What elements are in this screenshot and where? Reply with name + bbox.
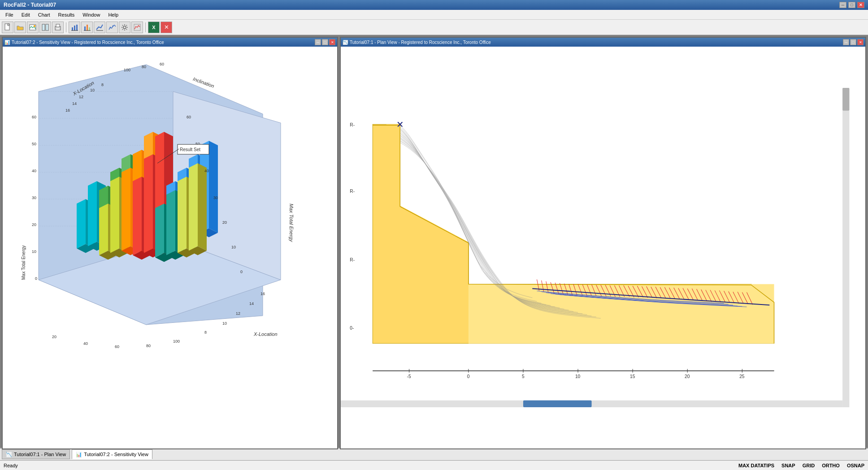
svg-point-2 <box>34 25 35 27</box>
svg-text:R-: R- <box>350 257 355 262</box>
main-area: 📊 Tutorial07:2 - Sensitivity View - Regi… <box>0 35 868 448</box>
status-ortho[interactable]: ORTHO <box>822 463 840 468</box>
bar-chart-button[interactable] <box>69 22 80 33</box>
svg-text:Max Total Energy: Max Total Energy <box>289 204 294 243</box>
svg-marker-68 <box>133 177 142 255</box>
svg-text:R-: R- <box>350 122 355 127</box>
sensitivity-panel-title: Tutorial07:2 - Sensitivity View - Regist… <box>12 40 164 45</box>
title-bar: RocFall2 - Tutorial07 ─ □ ✕ <box>0 0 868 10</box>
sensitivity-maximize[interactable]: □ <box>322 39 328 45</box>
svg-marker-98 <box>189 163 198 251</box>
svg-marker-87 <box>209 141 218 233</box>
status-grid[interactable]: GRID <box>803 463 815 468</box>
status-max-datatips[interactable]: MAX DATATIPS <box>738 463 774 468</box>
plan-panel: 📉 Tutorial07:1 - Plan View - Registered … <box>340 37 866 449</box>
plan-panel-controls: ─ □ ✕ <box>843 39 864 45</box>
svg-text:16: 16 <box>260 292 265 296</box>
menu-file[interactable]: File <box>2 11 17 18</box>
svg-text:80: 80 <box>146 344 151 348</box>
svg-text:100: 100 <box>124 68 130 72</box>
plan-maximize[interactable]: □ <box>850 39 856 45</box>
svg-point-18 <box>113 25 114 26</box>
svg-rect-13 <box>87 25 88 30</box>
open-button[interactable] <box>14 22 26 33</box>
svg-text:30: 30 <box>32 196 36 200</box>
status-snap[interactable]: SNAP <box>781 463 795 468</box>
svg-text:100: 100 <box>173 339 180 344</box>
menu-chart[interactable]: Chart <box>35 11 54 18</box>
menu-edit[interactable]: Edit <box>18 11 34 18</box>
taskbar-sensitivity-label: Tutorial07:2 - Sensitivity View <box>84 452 148 457</box>
svg-text:60: 60 <box>187 115 191 119</box>
sensitivity-minimize[interactable]: ─ <box>315 39 321 45</box>
svg-text:12: 12 <box>236 311 240 316</box>
sensitivity-close[interactable]: ✕ <box>329 39 335 45</box>
svg-marker-71 <box>144 154 153 253</box>
new-button[interactable] <box>2 22 13 33</box>
svg-rect-216 <box>842 88 849 111</box>
title-bar-controls: ─ □ ✕ <box>839 2 864 8</box>
print-button[interactable] <box>52 22 64 33</box>
svg-rect-9 <box>74 26 75 30</box>
sensitivity-svg: Max Total Energy 0 10 20 30 40 50 60 20 … <box>3 47 334 352</box>
svg-text:Result Set: Result Set <box>180 147 200 152</box>
image-button[interactable] <box>27 22 39 33</box>
svg-text:16: 16 <box>65 108 70 113</box>
svg-marker-38 <box>77 199 86 248</box>
app-title: RocFall2 - Tutorial07 <box>4 2 56 8</box>
svg-rect-12 <box>84 26 86 30</box>
close-button[interactable]: ✕ <box>857 2 864 8</box>
taskbar-plan-label: Tutorial07:1 - Plan View <box>14 452 66 457</box>
minimize-button[interactable]: ─ <box>839 2 846 8</box>
svg-text:40: 40 <box>204 169 209 173</box>
svg-marker-59 <box>122 168 130 251</box>
svg-text:14: 14 <box>249 301 254 306</box>
svg-text:80: 80 <box>142 65 146 69</box>
svg-rect-14 <box>89 27 90 30</box>
status-right: MAX DATATIPS SNAP GRID ORTHO OSNAP <box>738 463 864 468</box>
chart3-button[interactable] <box>106 22 118 33</box>
svg-rect-215 <box>842 88 849 407</box>
line-chart-button[interactable] <box>94 22 105 33</box>
svg-text:10: 10 <box>222 321 227 326</box>
svg-text:40: 40 <box>32 169 36 173</box>
menu-bar: File Edit Chart Results Window Help <box>0 10 868 20</box>
svg-text:20: 20 <box>685 374 690 379</box>
svg-text:0: 0 <box>35 276 37 281</box>
status-ready: Ready <box>4 463 18 468</box>
svg-text:50: 50 <box>32 142 36 146</box>
status-osnap[interactable]: OSNAP <box>847 463 864 468</box>
taskbar-plan-view[interactable]: 📉 Tutorial07:1 - Plan View <box>2 449 70 459</box>
taskbar-sensitivity-view[interactable]: 📊 Tutorial07:2 - Sensitivity View <box>72 449 152 459</box>
taskbar-sensitivity-icon: 📊 <box>76 452 82 457</box>
svg-text:8: 8 <box>204 330 207 335</box>
settings-button[interactable] <box>119 22 130 33</box>
svg-point-19 <box>123 26 126 29</box>
svg-text:-5: -5 <box>407 374 411 379</box>
svg-text:0: 0 <box>467 374 470 379</box>
plan-close[interactable]: ✕ <box>857 39 864 45</box>
excel-button[interactable]: X <box>148 22 160 33</box>
chart2-button[interactable] <box>81 22 93 33</box>
svg-text:60: 60 <box>160 62 164 66</box>
menu-help[interactable]: Help <box>104 11 122 18</box>
maximize-button[interactable]: □ <box>848 2 855 8</box>
svg-marker-53 <box>99 204 108 255</box>
plan-titlebar: 📉 Tutorial07:1 - Plan View - Registered … <box>341 38 865 47</box>
svg-marker-92 <box>166 190 175 255</box>
svg-text:R-: R- <box>350 189 355 194</box>
plan-minimize[interactable]: ─ <box>843 39 849 45</box>
separator-2 <box>145 22 146 32</box>
svg-rect-6 <box>56 24 60 27</box>
svg-text:10: 10 <box>231 245 236 249</box>
menu-window[interactable]: Window <box>79 11 104 18</box>
svg-rect-7 <box>56 28 60 30</box>
svg-text:25: 25 <box>739 374 745 379</box>
panel-button[interactable] <box>39 22 51 33</box>
close-red-button[interactable]: ✕ <box>161 22 172 33</box>
svg-point-17 <box>110 26 111 28</box>
menu-results[interactable]: Results <box>55 11 78 18</box>
sensitivity-chart-area: Max Total Energy 0 10 20 30 40 50 60 20 … <box>3 47 337 448</box>
toolbar: X ✕ <box>0 20 868 35</box>
graph-button[interactable] <box>131 22 143 33</box>
